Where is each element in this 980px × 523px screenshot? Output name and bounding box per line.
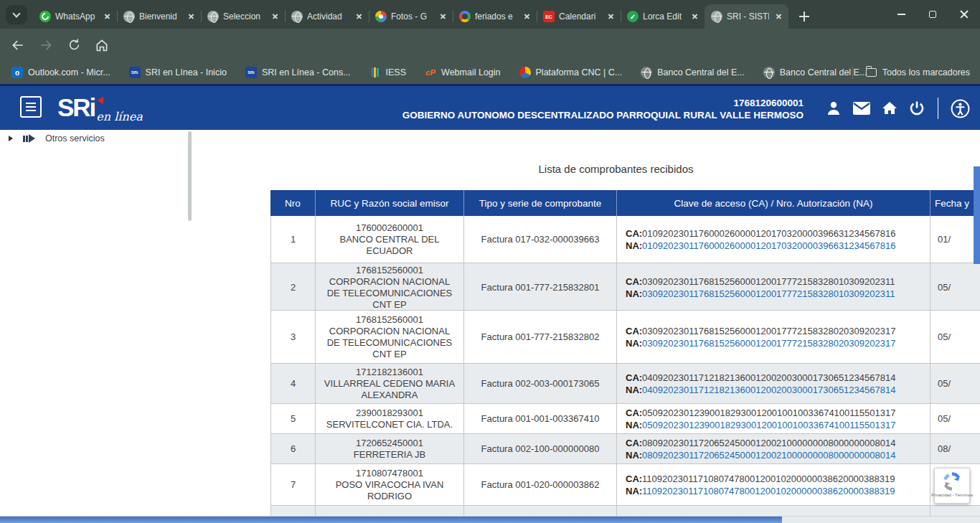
na-link[interactable]: 0309202301176815256000120017772158328010… — [642, 288, 895, 299]
tab-close-icon[interactable] — [522, 11, 533, 22]
cell-fecha: 01/ — [930, 216, 980, 263]
tab-actividad[interactable]: Actividad — [285, 4, 369, 29]
bookmark-sri-consultas[interactable]: SRi SRI en Línea - Cons... — [245, 67, 351, 78]
bookmark-outlook[interactable]: o Outlook.com - Micr... — [11, 67, 110, 78]
table-row: 6 1720652450001 FERRETERIA JB Factura 00… — [270, 434, 980, 464]
bookmark-cnc[interactable]: Plataforma CNC | C... — [519, 67, 623, 78]
tab-fotos[interactable]: Fotos - G — [369, 4, 453, 29]
ca-label: CA: — [626, 473, 642, 484]
tab-whatsapp[interactable]: WhatsApp — [33, 4, 117, 29]
tabs-strip: WhatsApp Bienvenid Seleccion Actividad F… — [33, 4, 788, 29]
bookmarks-separator — [852, 67, 853, 79]
cell-nro: 2 — [270, 263, 316, 312]
tab-close-icon[interactable] — [102, 11, 113, 22]
cell-clave: CA:1109202301171080747800120010200000038… — [617, 464, 930, 505]
tab-seleccion[interactable]: Seleccion — [201, 4, 285, 29]
taxpayer-ruc: 1768120600001 — [301, 97, 804, 109]
tab-search-button[interactable] — [6, 5, 27, 24]
cell-tipo: Factura 001-777-215832802 — [464, 311, 617, 363]
na-link[interactable]: 0109202301176000260000120170320000396631… — [642, 240, 895, 251]
close-window-button[interactable] — [948, 0, 980, 29]
sidebar-scrollbar[interactable] — [188, 131, 192, 221]
bookmarks-bar: o Outlook.com - Micr... SRi SRI en Línea… — [0, 61, 980, 84]
tab-label: Actividad — [307, 11, 349, 22]
tab-close-icon[interactable] — [773, 11, 785, 22]
na-label: NA: — [626, 288, 642, 299]
maximize-button[interactable] — [917, 0, 948, 29]
vertical-scrollbar-thumb[interactable] — [974, 166, 980, 264]
cell-fecha: 05/ — [930, 404, 980, 433]
ca-value: 0809202301172065245000120021000000008000… — [642, 438, 895, 448]
power-icon[interactable] — [908, 100, 925, 117]
tab-close-icon[interactable] — [438, 11, 449, 22]
cell-emisor: 1768152560001 CORPORACION NACIONAL DE TE… — [316, 311, 464, 363]
mail-icon[interactable] — [852, 100, 871, 116]
tab-feriados[interactable]: feriados e — [453, 4, 537, 29]
back-button[interactable] — [8, 35, 28, 55]
sri-icon: SRi — [129, 67, 141, 78]
tab-sri-active[interactable]: SRI - SISTE — [705, 4, 788, 29]
forward-icon — [39, 38, 53, 52]
na-link[interactable]: 1109202301171080747800120010200000038620… — [642, 486, 895, 496]
cell-nro: 4 — [270, 364, 316, 403]
col-header-emisor: RUC y Razón social emisor — [316, 190, 464, 216]
forward-button[interactable] — [36, 35, 56, 55]
header-actions — [825, 98, 971, 119]
cell-tipo: Factura 001-777-215832801 — [464, 263, 617, 312]
recaptcha-badge[interactable]: Privacidad - Términos — [934, 468, 970, 504]
col-header-tipo: Tipo y serie de comprobante — [464, 190, 617, 216]
tab-lorca[interactable]: ✓ Lorca Edit — [621, 4, 705, 29]
tab-close-icon[interactable] — [186, 11, 197, 22]
tab-close-icon[interactable] — [270, 11, 281, 22]
menu-hamburger-button[interactable] — [20, 96, 42, 118]
new-tab-button[interactable] — [795, 7, 814, 26]
bookmark-webmail[interactable]: cP Webmail Login — [425, 67, 500, 78]
na-link[interactable]: 0309202301176815256000120017772158328020… — [642, 338, 895, 349]
ca-label: CA: — [626, 438, 642, 448]
tab-close-icon[interactable] — [689, 11, 701, 22]
iess-icon — [369, 67, 381, 78]
globe-icon — [711, 11, 722, 22]
tab-label: Calendari — [559, 11, 601, 22]
home-icon[interactable] — [881, 100, 898, 117]
all-bookmarks-label: Todos los marcadores — [882, 67, 970, 77]
sri-logo[interactable]: SRi en línea — [57, 93, 143, 122]
tab-calendario[interactable]: EC Calendari — [537, 4, 621, 29]
minimize-button[interactable] — [885, 0, 917, 29]
check-circle-icon: ✓ — [627, 11, 639, 22]
bookmark-iess[interactable]: IESS — [369, 67, 407, 78]
bookmark-label: Outlook.com - Micr... — [28, 67, 110, 77]
tab-label: feriados e — [475, 11, 517, 22]
cell-fecha: 05/ — [930, 311, 980, 363]
cell-emisor: 1720652450001 FERRETERIA JB — [316, 434, 464, 463]
tab-close-icon[interactable] — [354, 11, 365, 22]
cell-emisor: 1768152560001 CORPORACION NACIONAL DE TE… — [316, 263, 464, 312]
reload-button[interactable] — [64, 35, 84, 55]
cell-fecha: 08/ — [930, 434, 980, 463]
all-bookmarks[interactable]: Todos los marcadores — [852, 67, 970, 79]
cell-clave: CA:0509202301239001829300120010010033674… — [617, 404, 930, 433]
recaptcha-icon — [942, 471, 962, 491]
ca-value: 0109202301176000260000120170320000396631… — [642, 228, 895, 239]
home-button[interactable] — [92, 35, 112, 55]
col-header-clave: Clave de acceso (CA) / Nro. Autorización… — [617, 190, 930, 216]
tab-label: Lorca Edit — [643, 11, 685, 22]
table-row: 1 1760002600001 BANCO CENTRAL DEL ECUADO… — [270, 216, 980, 263]
na-link[interactable]: 0809202301172065245000120021000000008000… — [642, 450, 895, 461]
tab-bienvenido[interactable]: Bienvenid — [117, 4, 201, 29]
sri-logo-text: SRi — [57, 93, 95, 122]
tab-close-icon[interactable] — [606, 11, 617, 22]
horizontal-scrollbar[interactable] — [0, 516, 980, 523]
bookmark-sri-inicio[interactable]: SRi SRI en Línea - Inicio — [129, 67, 227, 78]
na-link[interactable]: 0409202301171218213600120020030001730651… — [642, 385, 895, 395]
bookmark-banco-central-1[interactable]: Banco Central del E... — [641, 67, 745, 78]
user-icon[interactable] — [825, 100, 842, 117]
recaptcha-privacy-label[interactable]: Privacidad - Términos — [931, 493, 973, 497]
na-link[interactable]: 0509202301239001829300120010010033674100… — [642, 420, 895, 430]
cnc-icon — [519, 67, 531, 78]
sidebar-item-otros-servicios[interactable]: Otros servicios — [9, 133, 105, 143]
bookmark-banco-central-2[interactable]: Banco Central del E... — [763, 67, 867, 78]
horizontal-scrollbar-thumb[interactable] — [0, 517, 782, 523]
bookmark-label: Plataforma CNC | C... — [536, 67, 623, 77]
accessibility-icon[interactable] — [951, 99, 970, 118]
